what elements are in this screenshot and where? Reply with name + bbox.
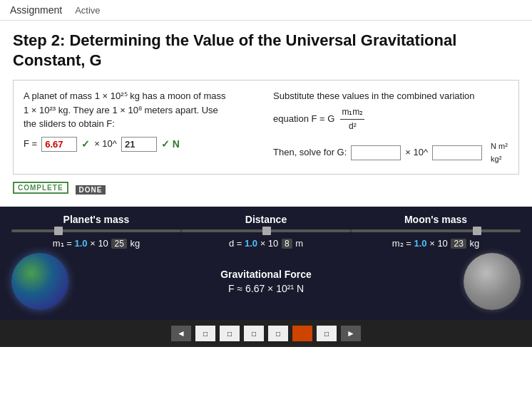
desc-line2: 1 × 10²³ kg. They are 1 × 10⁸ meters apa… bbox=[24, 103, 259, 118]
distance-value: d = 1.0 × 10 8 m bbox=[181, 238, 351, 249]
panel-row1: Planet's mass m₁ = 1.0 × 10 25 kg Distan… bbox=[11, 214, 521, 249]
nav-btn-4[interactable]: □ bbox=[268, 326, 288, 341]
moon-mass-section: Moon's mass m₂ = 1.0 × 10 23 kg bbox=[351, 214, 521, 249]
desc-line3: the sliders to obtain F: bbox=[24, 117, 259, 131]
grav-force-eq: F ≈ 6.67 × 10²¹ N bbox=[68, 283, 464, 294]
unit-label: N m² kg² bbox=[491, 140, 508, 165]
times-label: × 10^ bbox=[94, 137, 117, 151]
dark-panel: Planet's mass m₁ = 1.0 × 10 25 kg Distan… bbox=[0, 207, 532, 320]
panel-row2: Gravitational Force F ≈ 6.67 × 10²¹ N bbox=[11, 253, 521, 310]
moon-mass-title: Moon's mass bbox=[351, 214, 521, 225]
moon-mass-slider-track bbox=[351, 229, 521, 232]
coeff-check: ✓ bbox=[81, 137, 90, 152]
m1-unit: kg bbox=[130, 238, 140, 249]
desc-line1: A planet of mass 1 × 10²⁵ kg has a moon … bbox=[24, 89, 259, 103]
solve-input[interactable] bbox=[351, 145, 401, 160]
distance-slider-track bbox=[181, 229, 351, 232]
equation-line: F = ✓ × 10^ ✓ N bbox=[24, 137, 259, 152]
planet-mass-section: Planet's mass m₁ = 1.0 × 10 25 kg bbox=[11, 214, 181, 249]
next-button[interactable]: ► bbox=[341, 326, 361, 341]
nav-btn-3[interactable]: □ bbox=[244, 326, 264, 341]
m1-label: m₁ = bbox=[53, 238, 72, 249]
fraction-formula: m₁m₂ d² bbox=[340, 105, 364, 133]
grav-force-box: Gravitational Force F ≈ 6.67 × 10²¹ N bbox=[68, 269, 464, 294]
prev-button[interactable]: ◄ bbox=[171, 326, 191, 341]
distance-title: Distance bbox=[181, 214, 351, 225]
solve-label: Then, solve for G: bbox=[273, 145, 347, 160]
planet-mass-slider-thumb[interactable] bbox=[54, 227, 63, 235]
active-badge: Active bbox=[75, 5, 100, 16]
problem-left: A planet of mass 1 × 10²⁵ kg has a moon … bbox=[24, 89, 273, 165]
complete-badge: COMPLETE bbox=[13, 182, 68, 194]
step-title: Step 2: Determining the Value of the Uni… bbox=[13, 31, 519, 70]
d-label: d = bbox=[229, 238, 242, 249]
d-value: 1.0 bbox=[245, 238, 257, 249]
solve-exp-input[interactable] bbox=[432, 145, 482, 160]
done-badge: DONE bbox=[76, 185, 106, 195]
f-value-input[interactable] bbox=[41, 137, 77, 152]
moon-mass-value: m₂ = 1.0 × 10 23 kg bbox=[351, 238, 521, 249]
m1-exp: 25 bbox=[111, 239, 126, 249]
distance-slider-thumb[interactable] bbox=[262, 227, 271, 235]
problem-area: A planet of mass 1 × 10²⁵ kg has a moon … bbox=[13, 80, 519, 175]
right-desc1: Substitute these values in the combined … bbox=[273, 89, 508, 104]
solve-times: × 10^ bbox=[405, 145, 428, 160]
nav-btn-1[interactable]: □ bbox=[195, 326, 215, 341]
nav-btn-2[interactable]: □ bbox=[220, 326, 240, 341]
m2-label: m₂ = bbox=[392, 238, 411, 249]
planet-mass-value: m₁ = 1.0 × 10 25 kg bbox=[11, 238, 181, 249]
d-unit: m bbox=[295, 238, 303, 249]
d-exp: 8 bbox=[282, 239, 292, 249]
grav-force-title: Gravitational Force bbox=[68, 269, 464, 280]
problem-right: Substitute these values in the combined … bbox=[273, 89, 508, 165]
m2-unit: kg bbox=[469, 238, 479, 249]
m1-value: 1.0 bbox=[74, 238, 87, 249]
m2-exp: 23 bbox=[451, 239, 466, 249]
moon-image bbox=[464, 253, 521, 310]
planet-mass-slider-track bbox=[11, 229, 181, 232]
nav-bar: ◄ □ □ □ □ □ ► bbox=[0, 320, 532, 347]
distance-section: Distance d = 1.0 × 10 8 m bbox=[181, 214, 351, 249]
main-content: Step 2: Determining the Value of the Uni… bbox=[0, 21, 532, 207]
f-label: F = bbox=[24, 137, 37, 151]
moon-mass-slider-thumb[interactable] bbox=[473, 227, 481, 235]
nav-btn-5[interactable] bbox=[292, 326, 312, 341]
right-desc2: equation F = G bbox=[273, 112, 334, 127]
m2-value: 1.0 bbox=[414, 238, 426, 249]
assignment-label: Assignment bbox=[10, 4, 62, 16]
exponent-input[interactable] bbox=[121, 137, 157, 152]
m1-times: × 10 bbox=[90, 238, 108, 249]
unit-bot: kg² bbox=[491, 153, 501, 166]
frac-denom: d² bbox=[347, 120, 358, 133]
top-bar: Assignment Active bbox=[0, 0, 532, 21]
unit-top: N m² bbox=[491, 140, 508, 153]
earth-image bbox=[11, 253, 68, 310]
nav-btn-6[interactable]: □ bbox=[317, 326, 337, 341]
planet-mass-title: Planet's mass bbox=[11, 214, 181, 225]
solve-line: Then, solve for G: × 10^ N m² kg² bbox=[273, 140, 508, 165]
n-check: ✓ N bbox=[161, 137, 180, 152]
m2-times: × 10 bbox=[429, 238, 448, 249]
frac-numer: m₁m₂ bbox=[340, 105, 364, 120]
d-times: × 10 bbox=[260, 238, 279, 249]
